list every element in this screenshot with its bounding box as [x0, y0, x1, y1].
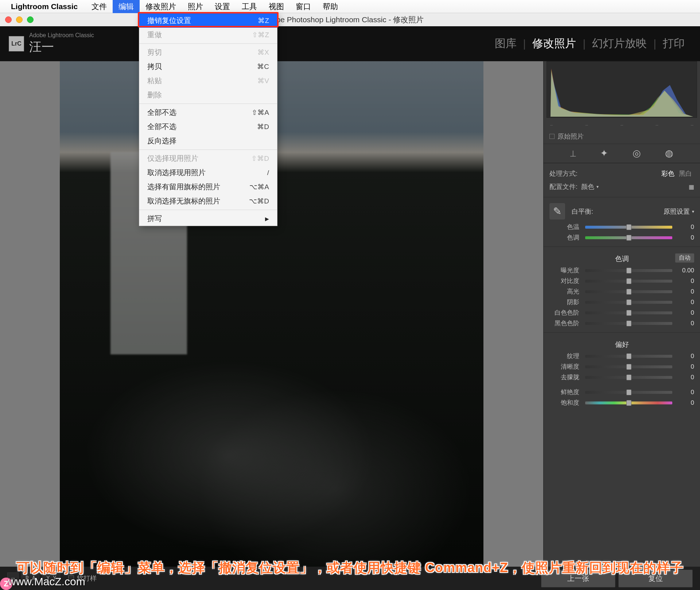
menubar-item-0[interactable]: 文件 [86, 0, 113, 14]
slider-track[interactable] [585, 401, 672, 404]
slider-track[interactable] [585, 311, 672, 314]
slider-track[interactable] [585, 226, 672, 229]
crop-tool-icon[interactable]: ⟂ [570, 148, 576, 159]
module-separator: | [653, 38, 656, 50]
menubar-item-2[interactable]: 修改照片 [140, 0, 182, 14]
slider-track[interactable] [585, 322, 672, 325]
edit-menu-item: 删除 [139, 88, 277, 102]
slider-thumb[interactable] [626, 353, 631, 359]
module-1[interactable]: 修改照片 [526, 36, 583, 51]
slider-label: 鲜艳度 [549, 388, 582, 396]
presence-heading: 偏好 [615, 341, 629, 348]
slider-value[interactable]: 0.00 [675, 267, 694, 274]
slider-value[interactable]: 0 [675, 309, 694, 317]
slider-thumb[interactable] [626, 235, 631, 241]
slider-row: 对比度0 [549, 276, 694, 286]
module-separator: | [523, 38, 526, 50]
slider-label: 饱和度 [549, 399, 582, 407]
slider-thumb[interactable] [626, 299, 631, 305]
slider-thumb[interactable] [626, 374, 631, 380]
edit-menu-item[interactable]: 拷贝⌘C [139, 59, 277, 74]
slider-thumb[interactable] [626, 289, 631, 295]
chevron-down-icon[interactable]: ▾ [692, 209, 694, 214]
redeye-tool-icon[interactable]: ◎ [633, 148, 641, 159]
edit-menu-item[interactable]: 全部不选⇧⌘A [139, 105, 277, 120]
slider-value[interactable]: 0 [675, 320, 694, 327]
menu-item-label: 撤销复位设置 [147, 16, 191, 26]
module-0[interactable]: 图库 [488, 36, 523, 51]
slider-value[interactable]: 0 [675, 353, 694, 360]
slider-thumb[interactable] [626, 224, 631, 230]
slider-thumb[interactable] [626, 389, 631, 395]
edit-menu-item[interactable]: 撤销复位设置⌘Z [139, 13, 277, 28]
menubar-item-6[interactable]: 视图 [263, 0, 290, 14]
menubar-item-5[interactable]: 工具 [236, 0, 263, 14]
slider-value[interactable]: 0 [675, 363, 694, 370]
profile-value[interactable]: 颜色 [581, 182, 594, 191]
edit-menu-item[interactable]: 选择有留用旗标的照片⌥⌘A [139, 180, 277, 194]
slider-value[interactable]: 0 [675, 234, 694, 241]
develop-right-panel: ––––– 原始照片 ⟂ ✦ ◎ ◍ 处理方式: 彩色 黑白 配置文件: [543, 61, 700, 567]
module-3[interactable]: 打印 [656, 36, 691, 51]
treatment-bw-option[interactable]: 黑白 [677, 169, 694, 178]
slider-track[interactable] [585, 365, 672, 368]
menubar-item-8[interactable]: 帮助 [317, 0, 344, 14]
slider-track[interactable] [585, 355, 672, 358]
slider-row: 白色色阶0 [549, 307, 694, 318]
slider-track[interactable] [585, 391, 672, 394]
slider-row: 饱和度0 [549, 397, 694, 408]
slider-track[interactable] [585, 290, 672, 293]
slider-row: 曝光度0.00 [549, 265, 694, 276]
profile-grid-icon[interactable]: ▦ [689, 183, 694, 190]
slider-value[interactable]: 0 [675, 277, 694, 285]
edit-menu-item: 仅选择现用照片⇧⌘D [139, 151, 277, 166]
slider-value[interactable]: 0 [675, 288, 694, 295]
slider-thumb[interactable] [626, 364, 631, 370]
slider-track[interactable] [585, 269, 672, 272]
wb-preset-value[interactable]: 原照设置 [664, 207, 690, 216]
mask-tool-icon[interactable]: ◍ [665, 148, 673, 159]
heal-tool-icon[interactable]: ✦ [600, 148, 608, 159]
window-maximize-button[interactable] [27, 16, 34, 23]
slider-thumb[interactable] [626, 400, 631, 406]
histogram-tick: – [621, 122, 623, 128]
slider-value[interactable]: 0 [675, 399, 694, 407]
slider-thumb[interactable] [626, 310, 631, 316]
slider-value[interactable]: 0 [675, 389, 694, 396]
histogram[interactable] [547, 61, 697, 118]
menu-item-label: 选择有留用旗标的照片 [147, 182, 220, 192]
edit-menu-item[interactable]: 取消选择现用照片/ [139, 166, 277, 180]
slider-thumb[interactable] [626, 321, 631, 326]
edit-menu-item[interactable]: 反向选择 [139, 134, 277, 148]
window-minimize-button[interactable] [16, 16, 23, 23]
slider-track[interactable] [585, 280, 672, 283]
menu-item-shortcut: ⌥⌘D [249, 197, 269, 205]
menubar-item-7[interactable]: 窗口 [290, 0, 317, 14]
menubar-item-4[interactable]: 设置 [209, 0, 236, 14]
menubar-item-1[interactable]: 编辑 [113, 0, 140, 14]
slider-thumb[interactable] [626, 278, 631, 284]
slider-value[interactable]: 0 [675, 374, 694, 381]
treatment-color-option[interactable]: 彩色 [659, 169, 677, 178]
auto-tone-button[interactable]: 自动 [675, 253, 694, 263]
edit-menu-item[interactable]: 拼写 [139, 211, 277, 226]
slider-track[interactable] [585, 301, 672, 304]
module-2[interactable]: 幻灯片放映 [586, 36, 653, 51]
slider-thumb[interactable] [626, 268, 631, 273]
window-close-button[interactable] [5, 16, 12, 23]
menubar-item-3[interactable]: 照片 [182, 0, 209, 14]
edit-menu-item[interactable]: 取消选择无旗标的照片⌥⌘D [139, 194, 277, 208]
chevron-down-icon[interactable]: ▾ [596, 184, 599, 189]
slider-track[interactable] [585, 236, 672, 239]
slider-track[interactable] [585, 376, 672, 379]
slider-value[interactable]: 0 [675, 224, 694, 231]
histogram-ticks: ––––– [544, 121, 700, 129]
original-photo-row[interactable]: 原始照片 [544, 129, 700, 144]
menu-item-shortcut: ⇧⌘Z [252, 31, 269, 39]
edit-menu-item[interactable]: 全部不选⌘D [139, 120, 277, 134]
eyedropper-icon[interactable]: ✎ [549, 203, 565, 220]
tool-strip: ⟂ ✦ ◎ ◍ [544, 144, 700, 163]
original-checkbox-icon[interactable] [549, 134, 555, 139]
slider-value[interactable]: 0 [675, 299, 694, 306]
menu-item-shortcut: ⇧⌘A [252, 108, 269, 117]
